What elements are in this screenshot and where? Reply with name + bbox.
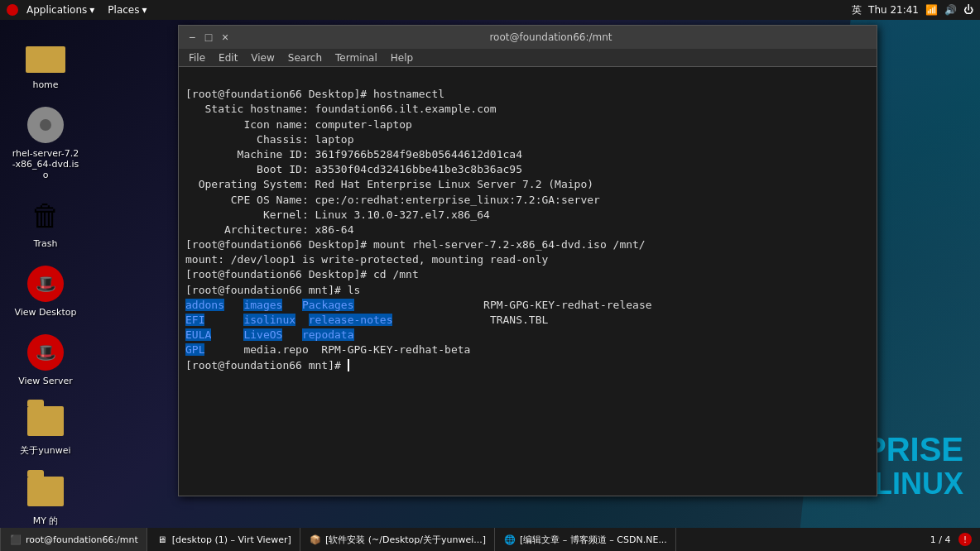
taskbar-installer-label: [软件安装 (~/Desktop/关于yunwei...]: [325, 534, 486, 546]
trash-bin-icon: 🗑: [26, 195, 65, 235]
terminal-menubar: File Edit View Search Terminal Help: [179, 49, 877, 67]
view-server-label: View Server: [18, 376, 73, 386]
ls-row-3: EULA LiveOS repodata: [185, 328, 354, 341]
taskbar-installer[interactable]: 📦 [软件安装 (~/Desktop/关于yunwei...]: [300, 528, 495, 551]
taskbar-terminal-label: root@foundation66:/mnt: [26, 534, 138, 545]
prise-bg-text: PRISE: [864, 431, 963, 468]
ls-row-1: addons images Packages RPM-GPG-KEY-redha…: [185, 299, 652, 311]
view-server-icon: 🎩: [26, 333, 65, 372]
view-desktop-icon: 🎩: [26, 264, 65, 304]
terminal-title: root@foundation66:/mnt: [232, 31, 870, 43]
home-label: home: [32, 79, 58, 90]
wifi-icon: 📶: [925, 4, 938, 16]
my-folder-icon: [26, 472, 65, 511]
about-yunwei-icon: [26, 401, 65, 441]
dvd-icon-item[interactable]: rhel-server-7.2-x86_64-dvd.iso: [8, 102, 83, 184]
my-folder-label: MY 的: [33, 515, 59, 527]
menu-search[interactable]: Search: [281, 50, 329, 65]
lang-indicator: 英: [852, 3, 862, 17]
ls-row-2: EFI isolinux release-notes TRANS.TBL: [185, 314, 548, 326]
trash-icon-item[interactable]: 🗑 Trash: [8, 192, 83, 252]
installer-icon: 📦: [309, 533, 322, 546]
menu-help[interactable]: Help: [384, 50, 420, 65]
datetime: Thu 21:41: [868, 4, 919, 16]
virt-viewer-icon: 🖥: [156, 533, 169, 546]
applications-menu[interactable]: Applications ▾: [22, 2, 99, 17]
menu-edit[interactable]: Edit: [212, 50, 244, 65]
line-2: Static hostname: foundation66.ilt.exampl…: [185, 103, 497, 115]
line-11: [root@foundation66 Desktop]# mount rhel-…: [185, 238, 646, 251]
view-server-item[interactable]: 🎩 View Server: [8, 329, 83, 390]
linux-bg-text: LINUX: [874, 467, 963, 501]
taskbar-browser-label: [编辑文章 – 博客频道 – CSDN.NE...: [520, 534, 667, 546]
places-chevron: ▾: [142, 4, 147, 16]
desktop-icons: home rhel-server-7.2-x86_64-dvd.iso 🗑 Tr…: [0, 25, 91, 539]
window-controls: − □ ×: [185, 31, 232, 44]
terminal-content[interactable]: [root@foundation66 Desktop]# hostnamectl…: [179, 67, 877, 496]
taskbar-virt-viewer[interactable]: 🖥 [desktop (1) – Virt Viewer]: [147, 528, 300, 551]
minimize-button[interactable]: −: [185, 31, 199, 44]
line-10: Architecture: x86-64: [185, 223, 354, 236]
view-desktop-label: View Desktop: [15, 307, 77, 318]
volume-icon: 🔊: [944, 4, 957, 16]
terminal-window: − □ × root@foundation66:/mnt File Edit V…: [178, 25, 877, 496]
terminal-titlebar: − □ × root@foundation66:/mnt: [179, 26, 877, 49]
line-14: [root@foundation66 mnt]# ls: [185, 284, 360, 296]
taskbar-page-info: 1 / 4 !: [922, 533, 980, 546]
home-folder-icon: [26, 36, 65, 76]
taskbar: ⬛ root@foundation66:/mnt 🖥 [desktop (1) …: [0, 528, 980, 551]
line-3: Icon name: computer-laptop: [185, 118, 412, 131]
view-desktop-item[interactable]: 🎩 View Desktop: [8, 261, 83, 321]
menu-file[interactable]: File: [182, 50, 212, 65]
menu-view[interactable]: View: [244, 50, 281, 65]
apps-chevron: ▾: [89, 4, 94, 16]
browser-icon: 🌐: [503, 533, 516, 546]
trash-label: Trash: [33, 238, 57, 249]
redhat-logo: [7, 4, 18, 16]
line-final: [root@foundation66 mnt]#: [185, 359, 356, 371]
taskbar-browser[interactable]: 🌐 [编辑文章 – 博客频道 – CSDN.NE...: [495, 528, 676, 551]
places-label: Places: [108, 4, 139, 16]
menu-terminal[interactable]: Terminal: [329, 50, 384, 65]
desktop: Applications ▾ Places ▾ 英 Thu 21:41 📶 🔊 …: [0, 0, 980, 551]
line-13: [root@foundation66 Desktop]# cd /mnt: [185, 268, 419, 280]
topbar-right: 英 Thu 21:41 📶 🔊 ⏻: [852, 3, 973, 17]
close-button[interactable]: ×: [219, 31, 232, 44]
dvd-disc-icon: [26, 105, 65, 145]
home-icon[interactable]: home: [8, 33, 83, 93]
places-menu[interactable]: Places ▾: [103, 2, 151, 17]
line-1: [root@foundation66 Desktop]# hostnamectl: [185, 88, 444, 100]
line-5: Machine ID: 361f9766b5284f9e8b05644612d0…: [185, 148, 522, 161]
about-yunwei-item[interactable]: 关于yunwei: [8, 398, 83, 460]
topbar-left: Applications ▾ Places ▾: [7, 2, 152, 17]
line-4: Chassis: laptop: [185, 133, 354, 146]
power-icon: ⏻: [963, 4, 973, 16]
ls-row-4: GPL media.repo RPM-GPG-KEY-redhat-beta: [185, 343, 470, 356]
line-7: Operating System: Red Hat Enterprise Lin…: [185, 178, 593, 190]
maximize-button[interactable]: □: [202, 31, 215, 44]
dvd-label: rhel-server-7.2-x86_64-dvd.iso: [12, 148, 79, 180]
page-counter: 1 / 4: [930, 534, 951, 545]
line-6: Boot ID: a3530f04cd32416bbe41be3c8b36ac9…: [185, 163, 522, 175]
terminal-taskbar-icon: ⬛: [9, 533, 22, 546]
taskbar-virt-label: [desktop (1) – Virt Viewer]: [172, 534, 291, 545]
line-8: CPE OS Name: cpe:/o:redhat:enterprise_li…: [185, 194, 600, 206]
topbar: Applications ▾ Places ▾ 英 Thu 21:41 📶 🔊 …: [0, 0, 980, 20]
notification-icon: !: [958, 533, 972, 546]
my-folder-item[interactable]: MY 的: [8, 468, 83, 530]
taskbar-terminal[interactable]: ⬛ root@foundation66:/mnt: [0, 528, 147, 551]
line-12: mount: /dev/loop1 is write-protected, mo…: [185, 253, 548, 266]
applications-label: Applications: [26, 4, 87, 16]
line-9: Kernel: Linux 3.10.0-327.el7.x86_64: [185, 208, 490, 221]
about-yunwei-label: 关于yunwei: [20, 444, 70, 457]
